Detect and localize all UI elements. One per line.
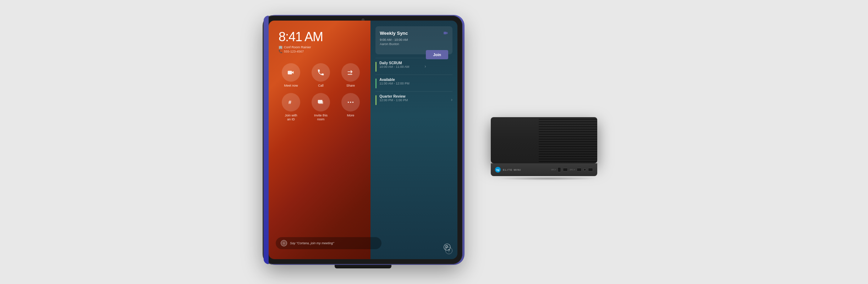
vent-lines [539, 117, 597, 163]
scrum-title: Daily SCRUM [379, 61, 409, 65]
vent-1 [539, 119, 597, 120]
vent-9 [539, 139, 597, 140]
scrum-time: 10:00 AM - 11:00 AM [379, 65, 409, 69]
quarter-chevron: › [451, 97, 452, 102]
vent-7 [539, 134, 597, 135]
tablet-device: 8:41 AM 🏢 Conf Room Rainier 📞 555-123-45… [264, 16, 462, 264]
call-icon [312, 63, 330, 82]
meeting-item-quarter[interactable]: Quarter Review 12:00 PM - 1:00 PM › [375, 91, 452, 108]
meeting-item-left-2: Available 11:00 AM - 12:00 PM [375, 78, 410, 88]
join-id-label: Join withan ID [285, 114, 297, 122]
more-icon [341, 93, 360, 111]
room-info: 🏢 Conf Room Rainier 📞 555-123-4567 [279, 45, 323, 53]
svg-rect-1 [348, 74, 352, 75]
meet-now-icon [282, 63, 300, 82]
scrum-info: Daily SCRUM 10:00 AM - 11:00 AM [379, 61, 409, 69]
screen-left-panel [269, 21, 374, 259]
vent-5 [539, 129, 597, 130]
svg-rect-0 [288, 71, 292, 74]
svg-point-6 [352, 102, 354, 103]
vent-18 [539, 161, 597, 162]
vent-4 [539, 126, 597, 127]
usb-label: SPC-4 [570, 169, 575, 171]
svg-text:#: # [289, 99, 291, 105]
vent-16 [539, 156, 597, 157]
invite-room-button[interactable]: Invite thisroom [308, 93, 333, 122]
vent-3 [539, 124, 597, 125]
hp-logo-area: hp ELITE MINI [495, 167, 521, 173]
cortana-bar[interactable]: ○ Say "Cortana, join my meeting" [276, 237, 381, 249]
vent-8 [539, 136, 597, 137]
vent-2 [539, 121, 597, 122]
front-panel: hp ELITE MINI SPC-f SPC-4 [491, 163, 597, 176]
scene: 8:41 AM 🏢 Conf Room Rainier 📞 555-123-45… [264, 16, 604, 268]
meet-now-label: Meet now [284, 84, 298, 88]
available-indicator [375, 78, 377, 88]
join-meeting-button[interactable]: Join [426, 50, 448, 59]
featured-meeting-time: 9:00 AM - 10:00 AM [380, 38, 448, 42]
building-icon: 🏢 [279, 45, 282, 49]
usbc-port [557, 167, 561, 172]
clock: 8:41 AM [279, 31, 323, 43]
scrum-chevron: › [424, 64, 426, 69]
invite-room-label: Invite thisroom [314, 114, 328, 122]
usba-port-3 [588, 168, 593, 171]
action-grid: Meet now Call [279, 63, 363, 122]
meeting-list: Daily SCRUM 10:00 AM - 11:00 AM › [375, 58, 452, 108]
svg-rect-8 [444, 32, 446, 34]
available-title: Available [379, 78, 410, 82]
hp-mini-pc: hp ELITE MINI SPC-f SPC-4 [491, 117, 604, 195]
vent-17 [539, 159, 597, 159]
svg-rect-3 [318, 100, 323, 103]
model-text: ELITE MINI [503, 168, 521, 171]
phone-icon: 📞 [279, 50, 282, 53]
featured-meeting-card: Weekly Sync 9:00 AM - 10:00 AM Aaron Bux… [375, 26, 452, 54]
usba-port-1 [563, 168, 568, 171]
hp-logo: hp [495, 167, 501, 173]
share-icon [341, 63, 360, 82]
cortana-icon: ○ [281, 240, 287, 246]
tablet-accent [264, 16, 269, 264]
available-info: Available 11:00 AM - 12:00 PM [379, 78, 410, 85]
share-button[interactable]: Share [338, 63, 363, 88]
call-button[interactable]: Call [308, 63, 333, 88]
quarter-time: 12:00 PM - 1:00 PM [379, 98, 408, 102]
usba-port-2 [577, 168, 582, 171]
meeting-item-available[interactable]: Available 11:00 AM - 12:00 PM [375, 75, 452, 91]
more-button[interactable]: More [338, 93, 363, 122]
help-icon[interactable]: ? [445, 247, 452, 254]
tablet-screen: 8:41 AM 🏢 Conf Room Rainier 📞 555-123-45… [269, 21, 457, 259]
meet-now-button[interactable]: Meet now [279, 63, 303, 88]
quarter-title: Quarter Review [379, 94, 408, 98]
more-label: More [347, 114, 355, 118]
mini-pc-body [491, 117, 597, 163]
tablet-stand [335, 264, 391, 268]
usbc-label: SPC-f [551, 169, 556, 171]
featured-meeting-title: Weekly Sync [380, 31, 408, 36]
room-phone: 📞 555-123-4567 [279, 50, 323, 53]
room-name: 🏢 Conf Room Rainier [279, 45, 323, 49]
teams-icon [443, 31, 448, 37]
featured-meeting-organizer: Aaron Buxton [380, 42, 448, 46]
calendar-panel: Weekly Sync 9:00 AM - 10:00 AM Aaron Bux… [370, 21, 457, 259]
vent-6 [539, 131, 597, 132]
meeting-item-left-3: Quarter Review 12:00 PM - 1:00 PM [375, 94, 408, 105]
vent-14 [539, 151, 597, 152]
svg-point-5 [350, 102, 351, 103]
quarter-indicator [375, 95, 377, 105]
join-id-button[interactable]: # Join withan ID [279, 93, 303, 122]
join-id-icon: # [282, 93, 300, 111]
invite-room-icon [312, 93, 330, 111]
vent-12 [539, 146, 597, 147]
vent-10 [539, 141, 597, 142]
mini-pc-shadow [498, 177, 597, 180]
vent-11 [539, 144, 597, 144]
meeting-item-left: Daily SCRUM 10:00 AM - 11:00 AM [375, 61, 409, 72]
meeting-item-scrum[interactable]: Daily SCRUM 10:00 AM - 11:00 AM › [375, 58, 426, 75]
meeting-header: Weekly Sync [380, 31, 448, 37]
scrum-indicator [375, 62, 377, 72]
time-display: 8:41 AM 🏢 Conf Room Rainier 📞 555-123-45… [279, 31, 323, 53]
svg-point-4 [348, 102, 349, 103]
vent-13 [539, 149, 597, 149]
audio-port [583, 168, 586, 171]
